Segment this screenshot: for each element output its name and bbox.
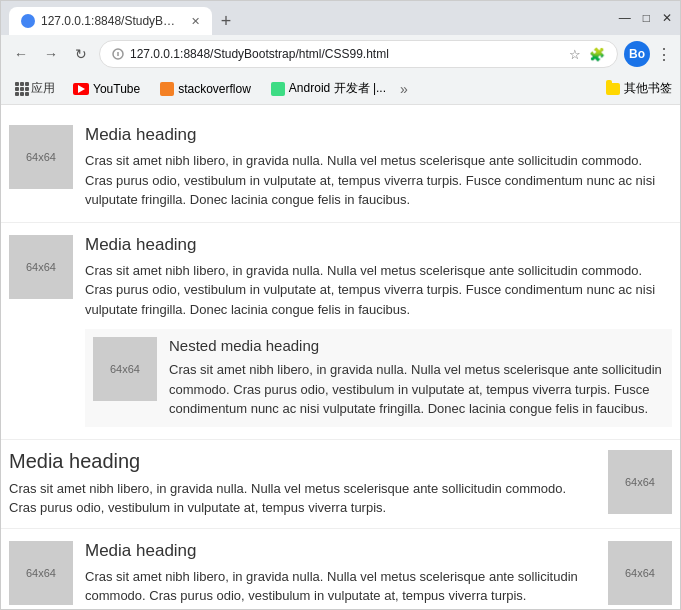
media-item-2: 64x64 Media heading Cras sit amet nibh l… [1, 223, 680, 440]
more-bookmarks-button[interactable]: » [400, 81, 408, 97]
maximize-button[interactable]: □ [643, 11, 650, 25]
page-content: 64x64 Media heading Cras sit amet nibh l… [1, 105, 680, 609]
address-bar: ← → ↻ 127.0.0.1:8848/StudyBootstrap/html… [1, 35, 680, 73]
back-button[interactable]: ← [9, 42, 33, 66]
lock-icon [112, 48, 124, 60]
active-tab[interactable]: 127.0.0.1:8848/StudyBootStr... ✕ [9, 7, 212, 35]
youtube-label: YouTube [93, 82, 140, 96]
android-icon [271, 82, 285, 96]
media-body-4: Media heading Cras sit amet nibh libero,… [85, 541, 596, 606]
android-label: Android 开发者 |... [289, 80, 386, 97]
apps-grid-icon [15, 82, 29, 96]
media-item-1: 64x64 Media heading Cras sit amet nibh l… [1, 113, 680, 223]
nested-media: 64x64 Nested media heading Cras sit amet… [85, 329, 672, 427]
bookmark-stackoverflow[interactable]: stackoverflow [152, 78, 259, 100]
thumbnail-4b: 64x64 [608, 541, 672, 605]
title-bar: 127.0.0.1:8848/StudyBootStr... ✕ + — □ ✕ [1, 1, 680, 35]
nested-heading: Nested media heading [169, 337, 664, 354]
extension-icon[interactable]: 🧩 [589, 47, 605, 62]
nested-thumbnail: 64x64 [93, 337, 157, 401]
apps-label: 应用 [31, 80, 55, 97]
media-heading-2: Media heading [85, 235, 672, 255]
menu-button[interactable]: ⋮ [656, 45, 672, 64]
media-heading-3: Media heading [9, 450, 596, 473]
address-icons: ☆ 🧩 [569, 47, 605, 62]
media-heading-4: Media heading [85, 541, 596, 561]
thumbnail-2: 64x64 [9, 235, 73, 299]
window-controls: — □ ✕ [619, 11, 672, 25]
media-item-3: Media heading Cras sit amet nibh libero,… [1, 440, 680, 529]
other-bookmarks-button[interactable]: 其他书签 [606, 80, 672, 97]
stackoverflow-label: stackoverflow [178, 82, 251, 96]
new-tab-button[interactable]: + [212, 7, 240, 35]
bookmarks-bar: 应用 YouTube stackoverflow Android 开发者 |..… [1, 73, 680, 105]
thumbnail-1: 64x64 [9, 125, 73, 189]
nested-body: Nested media heading Cras sit amet nibh … [169, 337, 664, 419]
address-text: 127.0.0.1:8848/StudyBootstrap/html/CSS99… [130, 47, 559, 61]
media-heading-1: Media heading [85, 125, 672, 145]
youtube-play-icon [78, 85, 85, 93]
tab-bar: 127.0.0.1:8848/StudyBootStr... ✕ + [9, 1, 240, 35]
profile-button[interactable]: Bo [624, 41, 650, 67]
nested-text: Cras sit amet nibh libero, in gravida nu… [169, 360, 664, 419]
media-right-4: 64x64 [608, 541, 672, 606]
apps-menu-button[interactable]: 应用 [9, 76, 61, 101]
media-body-3: Media heading Cras sit amet nibh libero,… [9, 450, 596, 518]
media-text-2: Cras sit amet nibh libero, in gravida nu… [85, 261, 672, 320]
close-button[interactable]: ✕ [662, 11, 672, 25]
stackoverflow-icon [160, 82, 174, 96]
folder-icon [606, 83, 620, 95]
youtube-icon [73, 83, 89, 95]
media-text-4: Cras sit amet nibh libero, in gravida nu… [85, 567, 596, 606]
bookmark-android[interactable]: Android 开发者 |... [263, 76, 394, 101]
thumbnail-4a: 64x64 [9, 541, 73, 605]
other-bookmarks-label: 其他书签 [624, 80, 672, 97]
media-body-2: Media heading Cras sit amet nibh libero,… [85, 235, 672, 427]
media-left-4: 64x64 [9, 541, 73, 606]
browser-window: 127.0.0.1:8848/StudyBootStr... ✕ + — □ ✕… [0, 0, 681, 610]
tab-title: 127.0.0.1:8848/StudyBootStr... [41, 14, 181, 28]
media-item-3-inner: Media heading Cras sit amet nibh libero,… [9, 450, 672, 518]
bookmark-youtube[interactable]: YouTube [65, 78, 148, 100]
media-left-1: 64x64 [9, 125, 73, 210]
tab-close-button[interactable]: ✕ [191, 15, 200, 28]
tab-favicon [21, 14, 35, 28]
forward-button[interactable]: → [39, 42, 63, 66]
address-input[interactable]: 127.0.0.1:8848/StudyBootstrap/html/CSS99… [99, 40, 618, 68]
reload-button[interactable]: ↻ [69, 42, 93, 66]
media-text-3: Cras sit amet nibh libero, in gravida nu… [9, 479, 596, 518]
thumbnail-3: 64x64 [608, 450, 672, 514]
media-text-1: Cras sit amet nibh libero, in gravida nu… [85, 151, 672, 210]
media-item-2-main: 64x64 Media heading Cras sit amet nibh l… [9, 235, 672, 427]
bookmark-star-icon[interactable]: ☆ [569, 47, 581, 62]
media-item-4: 64x64 Media heading Cras sit amet nibh l… [1, 529, 680, 610]
media-body-1: Media heading Cras sit amet nibh libero,… [85, 125, 672, 210]
media-left-2: 64x64 [9, 235, 73, 427]
minimize-button[interactable]: — [619, 11, 631, 25]
media-right-3: 64x64 [608, 450, 672, 514]
